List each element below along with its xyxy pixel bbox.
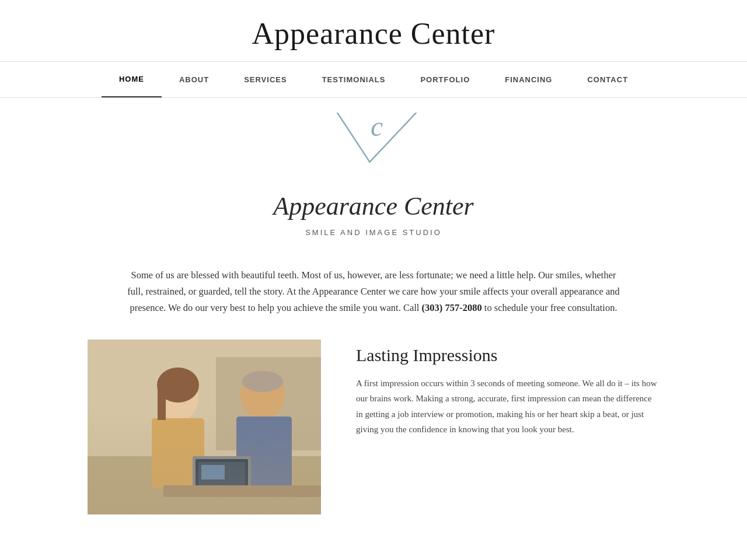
nav-item-about[interactable]: ABOUT [162, 62, 226, 97]
svg-rect-19 [201, 465, 225, 480]
photo-placeholder-svg [88, 340, 321, 514]
svg-point-15 [242, 371, 283, 392]
nav-item-services[interactable]: SERVICES [226, 62, 305, 97]
site-header: Appearance Center [0, 0, 747, 62]
svg-rect-12 [158, 385, 166, 420]
logo-svg-wrapper: A c Appearance Center SMILE AND IMAGE ST… [245, 113, 502, 253]
text-column: Lasting Impressions A first impression o… [356, 340, 659, 437]
svg-text:Appearance Center: Appearance Center [271, 192, 474, 220]
svg-text:SMILE AND IMAGE STUDIO: SMILE AND IMAGE STUDIO [305, 228, 442, 237]
nav-item-testimonials[interactable]: TESTIMONIALS [305, 62, 403, 97]
svg-rect-20 [163, 485, 321, 497]
svg-rect-18 [198, 462, 245, 485]
main-nav: HOME ABOUT SERVICES TESTIMONIALS PORTFOL… [0, 62, 747, 98]
lasting-impressions-body: A first impression occurs within 3 secon… [356, 376, 659, 437]
image-column [88, 340, 321, 514]
phone-number: (303) 757-2080 [422, 302, 482, 313]
nav-item-portfolio[interactable]: PORTFOLIO [403, 62, 487, 97]
logo-svg: A c Appearance Center SMILE AND IMAGE ST… [245, 113, 502, 253]
svg-rect-7 [88, 456, 321, 514]
intro-section: Some of us are blessed with beautiful te… [99, 267, 648, 316]
svg-rect-16 [193, 456, 251, 494]
nav-item-financing[interactable]: FINANCING [487, 62, 570, 97]
nav-item-home[interactable]: HOME [102, 62, 162, 97]
nav-item-contact[interactable]: CONTACT [570, 62, 645, 97]
intro-text: Some of us are blessed with beautiful te… [123, 267, 624, 316]
svg-rect-10 [152, 418, 204, 488]
svg-rect-14 [236, 416, 292, 492]
lasting-impressions-heading: Lasting Impressions [356, 345, 659, 365]
two-col-section: Lasting Impressions A first impression o… [53, 340, 694, 514]
site-title: Appearance Center [0, 16, 747, 51]
consultation-image [88, 340, 321, 514]
svg-rect-17 [196, 459, 248, 488]
svg-text:c: c [371, 113, 383, 142]
logo-section: A c Appearance Center SMILE AND IMAGE ST… [0, 98, 747, 261]
logo-container: A c Appearance Center SMILE AND IMAGE ST… [245, 116, 502, 250]
